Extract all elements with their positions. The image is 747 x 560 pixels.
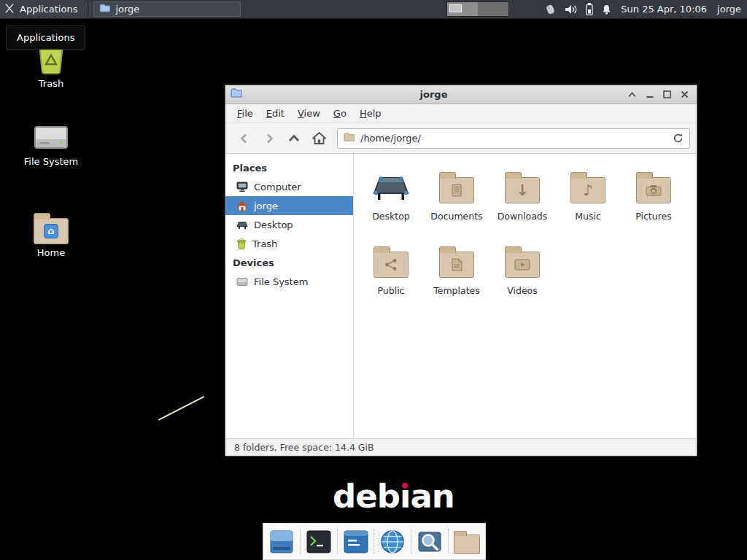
home-icon: [236, 201, 248, 211]
web-browser-launcher[interactable]: [378, 526, 407, 557]
file-item-desktop[interactable]: Desktop: [358, 164, 424, 238]
computer-icon: [236, 182, 248, 192]
show-desktop-launcher[interactable]: [267, 526, 296, 557]
clock[interactable]: Sun 25 Apr, 10:06: [621, 4, 707, 15]
sidebar-item-jorge[interactable]: jorge: [225, 196, 353, 215]
panel-separator-handle[interactable]: [85, 3, 90, 16]
window-title: jorge: [242, 89, 625, 100]
xorg-x-icon: [3, 3, 15, 16]
close-button[interactable]: [678, 88, 692, 101]
globe-icon: [380, 529, 405, 554]
up-button[interactable]: [282, 128, 306, 149]
home-emblem-icon: ⌂: [44, 224, 58, 238]
file-item-label: Public: [378, 285, 405, 296]
sidebar-item-computer[interactable]: Computer: [225, 177, 353, 196]
taskbar-button-label: jorge: [115, 4, 139, 15]
battery-icon[interactable]: [586, 3, 593, 15]
path-folder-icon: [344, 133, 355, 144]
magnifier-icon: [417, 529, 442, 554]
workspace-window-thumb: [449, 4, 462, 12]
file-item-documents[interactable]: Documents: [424, 164, 489, 238]
share-icon: [384, 258, 398, 271]
camera-icon: [646, 184, 662, 196]
taskbar-window-icon: [99, 4, 110, 15]
toolbar: /home/jorge/: [225, 123, 697, 154]
file-item-label: Downloads: [498, 211, 548, 222]
home-button[interactable]: [306, 128, 331, 149]
taskbar-button-jorge[interactable]: jorge: [93, 1, 241, 17]
tooltip-text: Applications: [17, 32, 74, 43]
titlebar[interactable]: jorge: [225, 85, 697, 104]
desktop-folder-icon: [372, 164, 410, 209]
app-finder-launcher[interactable]: [415, 526, 444, 557]
file-item-music[interactable]: ♪ Music: [555, 164, 621, 238]
file-item-public[interactable]: Public: [358, 238, 424, 313]
menu-help[interactable]: Help: [353, 105, 388, 122]
terminal-launcher[interactable]: [304, 526, 333, 557]
file-item-label: Templates: [433, 285, 480, 296]
window-body: Places Computer jorge Desktop Trash Devi…: [225, 154, 697, 438]
workspace-1[interactable]: [447, 2, 478, 16]
forward-button[interactable]: [257, 128, 282, 149]
folder-icon: [454, 534, 480, 554]
workspace-switcher[interactable]: [446, 1, 509, 17]
shade-button[interactable]: [625, 88, 639, 101]
status-text: 8 folders, Free space: 14.4 GiB: [234, 442, 374, 453]
file-manager-window: jorge File Edit View Go Help: [225, 85, 697, 456]
sidebar: Places Computer jorge Desktop Trash Devi…: [225, 154, 354, 438]
menu-edit[interactable]: Edit: [260, 105, 291, 122]
path-text: /home/jorge/: [360, 133, 421, 144]
file-grid: Desktop Documents ↓ Downloads ♪: [354, 154, 697, 438]
documents-folder-icon: [439, 164, 474, 209]
debian-swirl-dot: ı: [400, 480, 410, 513]
desktop-icon-filesystem[interactable]: File System: [16, 124, 86, 167]
applications-menu-label: Applications: [20, 4, 77, 15]
music-note-icon: ♪: [571, 178, 605, 203]
file-item-templates[interactable]: Templates: [424, 238, 489, 313]
menu-file[interactable]: File: [231, 105, 260, 122]
volume-icon[interactable]: [565, 4, 578, 15]
panel-right-area: Sun 25 Apr, 10:06 jorge: [446, 1, 747, 17]
templates-folder-icon: [439, 238, 474, 284]
tray-mouse-icon[interactable]: [544, 4, 557, 15]
dock-separator: [374, 529, 374, 554]
back-button[interactable]: [232, 128, 257, 149]
window-controls: [625, 88, 692, 101]
desktop-icon-home[interactable]: ⌂ Home: [16, 211, 86, 258]
reload-button[interactable]: [673, 133, 684, 144]
sidebar-item-label: Desktop: [254, 219, 293, 230]
sidebar-item-file-system[interactable]: File System: [225, 272, 353, 291]
applications-menu-button[interactable]: Applications: [0, 0, 84, 18]
file-item-videos[interactable]: Videos: [489, 238, 555, 313]
sidebar-item-trash[interactable]: Trash: [225, 234, 353, 253]
file-item-pictures[interactable]: Pictures: [621, 164, 686, 238]
devices-header: Devices: [225, 253, 353, 272]
menu-go[interactable]: Go: [327, 105, 353, 122]
desktop-icon-label: Trash: [36, 78, 66, 89]
places-header: Places: [225, 158, 353, 177]
workspace-2[interactable]: [478, 2, 508, 16]
file-item-downloads[interactable]: ↓ Downloads: [489, 164, 555, 238]
minimize-button[interactable]: [643, 88, 657, 101]
maximize-button[interactable]: [660, 88, 674, 101]
menu-view[interactable]: View: [291, 105, 327, 122]
window-icon: [231, 88, 242, 101]
debian-logo-text: an: [410, 477, 454, 516]
username-label: jorge: [717, 4, 741, 15]
sidebar-item-desktop[interactable]: Desktop: [225, 215, 353, 234]
file-manager-launcher[interactable]: [452, 526, 481, 557]
desktop-icon-label: Home: [35, 247, 67, 258]
desktop-icon-label: File System: [22, 156, 80, 167]
public-folder-icon: [374, 238, 409, 284]
file-item-label: Pictures: [635, 211, 672, 222]
file-item-label: Documents: [430, 211, 482, 222]
debian-logo: debıan: [333, 480, 454, 513]
sidebar-item-label: Computer: [254, 182, 301, 192]
statusbar: 8 folders, Free space: 14.4 GiB: [225, 438, 697, 456]
file-item-label: Music: [575, 211, 601, 222]
dock-separator: [448, 529, 449, 554]
terminal-alt-launcher[interactable]: [341, 526, 371, 557]
pictures-folder-icon: [636, 164, 671, 209]
path-entry[interactable]: /home/jorge/: [337, 128, 690, 149]
notification-bell-icon[interactable]: [601, 4, 612, 15]
